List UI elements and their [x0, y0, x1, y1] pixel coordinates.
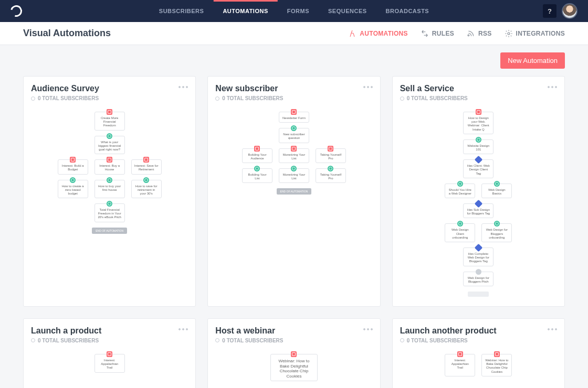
card-title: New subscriber	[215, 84, 283, 93]
flow-node: Interest: Appalachian Trail	[452, 359, 469, 369]
automations-grid: Audience Survey 0 TOTAL SUBSCRIBERS Crea…	[0, 76, 588, 388]
card-title: Launch another product	[400, 326, 497, 336]
page-title: Visual Automations	[23, 28, 111, 39]
card-menu-icon[interactable]	[548, 326, 557, 330]
card-title: Launch a product	[31, 326, 101, 336]
flow-preview: Interest: Appalachian Trail	[31, 354, 188, 373]
flow-node: Web Design Basics	[488, 188, 506, 195]
flow-node: Has Sub Design for Bloggers Tag	[467, 208, 490, 215]
automations-icon	[348, 29, 356, 38]
subtab-rules[interactable]: RULES	[421, 29, 454, 38]
flow-node: Web Design Client onboarding	[452, 228, 469, 239]
flow-node: How to create a zero based budget	[62, 185, 84, 195]
help-button[interactable]: ?	[543, 4, 556, 18]
flow-node: Web Design for Bloggers onboarding	[486, 228, 508, 239]
card-subscribers: 0 TOTAL SUBSCRIBERS	[31, 338, 101, 343]
top-nav-right: ?	[543, 3, 578, 19]
automation-card-audience-survey[interactable]: Audience Survey 0 TOTAL SUBSCRIBERS Crea…	[23, 76, 196, 307]
subtab-integrations[interactable]: INTEGRATIONS	[505, 29, 565, 38]
svg-point-0	[508, 33, 510, 35]
flow-node: How to Design your Web. Webinar: Client …	[468, 116, 489, 131]
flow-preview: Create More Financial Freedom What is yo…	[31, 112, 188, 234]
flow-node: Interest: Build a Budget	[62, 164, 84, 171]
card-subscribers: 0 TOTAL SUBSCRIBERS	[400, 95, 468, 101]
card-menu-icon[interactable]	[548, 84, 557, 88]
avatar[interactable]	[562, 3, 578, 19]
flow-node: Interest: Appalachian Trail	[101, 359, 118, 369]
card-menu-icon[interactable]	[363, 326, 373, 330]
flow-end: END OF AUTOMATION	[277, 188, 312, 195]
subtab-label: RULES	[432, 30, 454, 37]
flow-node: Webinar: How to Bake Delightful Chocolat…	[485, 359, 508, 373]
flow-node: Total Financial Freedom in Your 20's eBo…	[98, 208, 121, 219]
subtab-automations[interactable]: AUTOMATIONS	[348, 29, 408, 38]
subtab-label: AUTOMATIONS	[360, 30, 408, 37]
card-menu-icon[interactable]	[178, 84, 188, 88]
flow-node: Interest: Buy a House	[99, 164, 120, 171]
flow-node: Website Design 101	[467, 144, 489, 151]
automation-card-launch-a-product[interactable]: Launch a product 0 TOTAL SUBSCRIBERS Int…	[23, 318, 196, 388]
nav-subscribers[interactable]: SUBSCRIBERS	[150, 0, 214, 22]
subtab-label: INTEGRATIONS	[516, 30, 565, 37]
flow-node: Interest: Save for Retirement	[134, 164, 159, 171]
flow-node: How to buy your first house	[98, 185, 121, 191]
flow-node: Taking Yourself Pro	[320, 153, 341, 160]
top-nav: SUBSCRIBERS AUTOMATIONS FORMS SEQUENCES …	[0, 0, 588, 22]
subheader: Visual Automations AUTOMATIONS RULES RSS…	[0, 22, 588, 45]
automation-card-host-a-webinar[interactable]: Host a webinar 0 TOTAL SUBSCRIBERS Webin…	[207, 318, 380, 388]
subtab-label: RSS	[478, 30, 492, 37]
card-menu-icon[interactable]	[363, 84, 373, 88]
subtab-rss[interactable]: RSS	[467, 29, 492, 38]
automation-card-new-subscriber[interactable]: New subscriber 0 TOTAL SUBSCRIBERS Newsl…	[207, 76, 380, 307]
flow-end: END OF AUTOMATION	[92, 228, 127, 234]
card-menu-icon[interactable]	[178, 326, 188, 330]
card-subscribers: 0 TOTAL SUBSCRIBERS	[31, 95, 99, 101]
flow-node: Has Complete: Web Design for Bloggers Ta…	[468, 252, 489, 263]
flow-preview: Newsletter Form New subscriber question …	[215, 112, 372, 195]
automation-card-launch-another-product[interactable]: Launch another product 0 TOTAL SUBSCRIBE…	[392, 318, 565, 388]
flow-preview: Webinar: How to Bake Delightful Chocolat…	[215, 354, 372, 381]
card-subscribers: 0 TOTAL SUBSCRIBERS	[400, 338, 497, 343]
flow-node: Create More Financial Freedom	[101, 116, 118, 127]
flow-preview: How to Design your Web. Webinar: Client …	[400, 112, 557, 297]
flow-node: Building Your List	[248, 173, 266, 180]
flow-node: How to save for retirement in your 30's	[135, 185, 158, 195]
card-subscribers: 0 TOTAL SUBSCRIBERS	[215, 338, 283, 343]
flow-node: What is your biggest financial goal righ…	[98, 141, 121, 151]
flow-node: New subscriber question	[283, 133, 304, 139]
flow-node: Newsletter Form	[282, 116, 306, 120]
logo-icon[interactable]	[8, 3, 24, 19]
rss-icon	[467, 29, 475, 38]
card-subscribers: 0 TOTAL SUBSCRIBERS	[215, 95, 283, 101]
nav-forms[interactable]: FORMS	[278, 0, 319, 22]
subheader-tabs: AUTOMATIONS RULES RSS INTEGRATIONS	[348, 29, 565, 38]
automation-card-sell-a-service[interactable]: Sell a Service 0 TOTAL SUBSCRIBERS How t…	[392, 76, 565, 307]
card-title: Sell a Service	[400, 84, 468, 93]
flow-node: Should You Hire a Web Designer	[449, 188, 471, 195]
flow-end	[468, 292, 489, 297]
flow-node: Building Your Audience	[248, 153, 266, 160]
flow-preview: Interest: Appalachian Trail Webinar: How…	[400, 354, 557, 376]
flow-node: Has Client: Web Design Client Tag	[467, 164, 490, 175]
rules-icon	[421, 29, 429, 38]
flow-node: Taking Yourself Pro	[320, 173, 341, 180]
card-title: Host a webinar	[215, 326, 283, 336]
flow-node: Web Design for Bloggers Pitch	[468, 276, 489, 283]
flow-node: Monetizing Your List	[283, 173, 306, 180]
new-automation-button[interactable]: New Automation	[500, 52, 565, 69]
flow-node: Monetizing Your List	[283, 153, 306, 160]
flow-node: Webinar: How to Bake Delightful Chocolat…	[278, 359, 309, 379]
card-title: Audience Survey	[31, 84, 99, 93]
nav-sequences[interactable]: SEQUENCES	[319, 0, 376, 22]
toolbar: New Automation	[0, 45, 588, 76]
integrations-icon	[505, 29, 513, 38]
top-nav-menu: SUBSCRIBERS AUTOMATIONS FORMS SEQUENCES …	[150, 0, 438, 22]
nav-broadcasts[interactable]: BROADCASTS	[376, 0, 439, 22]
nav-automations[interactable]: AUTOMATIONS	[213, 0, 277, 22]
